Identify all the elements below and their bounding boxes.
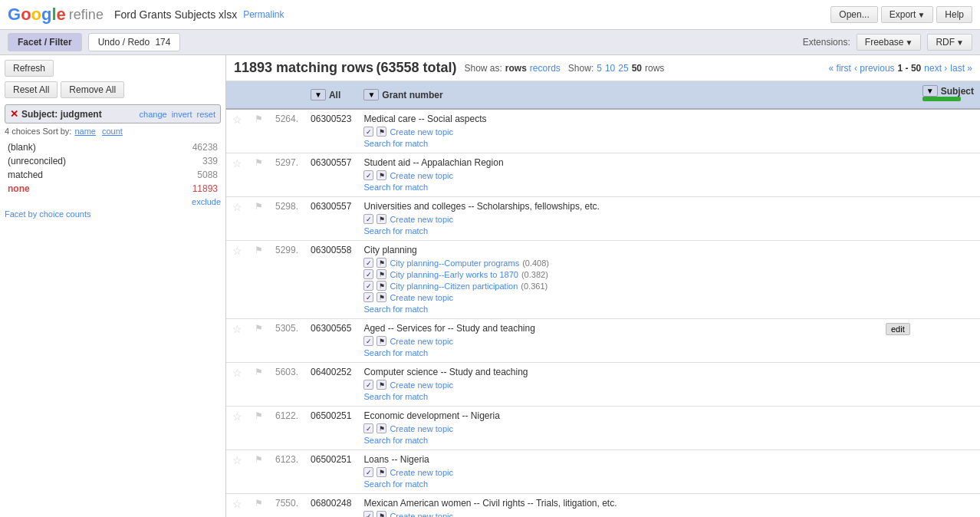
flag-icon[interactable]: ⚑: [255, 410, 263, 421]
create-topic-link[interactable]: Create new topic: [390, 171, 453, 180]
col-all-dropdown[interactable]: ▼: [311, 89, 326, 100]
rdf-button[interactable]: RDF ▼: [927, 34, 972, 51]
match-flag-icon[interactable]: ⚑: [377, 281, 386, 291]
create-topic-checkbox[interactable]: ✓: [363, 214, 373, 224]
create-topic-link[interactable]: Create new topic: [390, 512, 453, 518]
edit-button[interactable]: edit: [886, 323, 910, 335]
create-topic-flag[interactable]: ⚑: [377, 423, 386, 433]
pagination-next[interactable]: next ›: [924, 63, 947, 74]
create-topic-checkbox[interactable]: ✓: [363, 127, 373, 137]
export-button[interactable]: Export ▼: [881, 6, 934, 23]
suggestion-link[interactable]: City planning--Computer programs: [390, 258, 519, 268]
facet-reset-link[interactable]: reset: [197, 110, 215, 119]
create-topic-flag[interactable]: ⚑: [377, 511, 386, 517]
pagination-first[interactable]: « first: [829, 63, 851, 74]
tab-facet-filter[interactable]: Facet / Filter: [8, 33, 82, 51]
star-icon[interactable]: ☆: [232, 245, 242, 257]
star-icon[interactable]: ☆: [232, 114, 242, 126]
create-topic-flag[interactable]: ⚑: [377, 170, 386, 180]
flag-icon[interactable]: ⚑: [255, 367, 263, 377]
create-topic-link[interactable]: Create new topic: [390, 293, 453, 302]
permalink-link[interactable]: Permalink: [243, 9, 284, 20]
sort-by-name[interactable]: name: [74, 127, 96, 136]
flag-icon[interactable]: ⚑: [255, 245, 263, 255]
flag-icon[interactable]: ⚑: [255, 454, 263, 465]
create-topic-checkbox[interactable]: ✓: [363, 336, 373, 346]
facet-choice-item[interactable]: (unreconciled)339: [5, 154, 221, 168]
search-match-link[interactable]: Search for match: [363, 479, 428, 489]
flag-icon[interactable]: ⚑: [255, 498, 263, 509]
match-checkbox[interactable]: ✓: [363, 269, 373, 279]
suggestion-link[interactable]: City planning--Citizen participation: [390, 282, 518, 291]
star-icon[interactable]: ☆: [232, 323, 242, 335]
star-icon[interactable]: ☆: [232, 454, 242, 466]
facet-close-icon[interactable]: ✕: [10, 108, 18, 120]
facet-invert-link[interactable]: invert: [172, 110, 192, 119]
facet-change-link[interactable]: change: [140, 110, 167, 119]
remove-all-button[interactable]: Remove All: [61, 81, 124, 98]
create-topic-link[interactable]: Create new topic: [390, 337, 453, 346]
flag-icon[interactable]: ⚑: [255, 201, 263, 212]
match-checkbox[interactable]: ✓: [363, 281, 373, 291]
create-topic-flag[interactable]: ⚑: [377, 127, 386, 137]
sort-by-count[interactable]: count: [102, 127, 123, 136]
refresh-button[interactable]: Refresh: [5, 60, 54, 77]
pagination-previous[interactable]: ‹ previous: [854, 63, 895, 74]
tab-undo-redo[interactable]: Undo / Redo 174: [88, 33, 181, 51]
show-10[interactable]: 10: [605, 63, 615, 74]
facet-by-choice-link[interactable]: Facet by choice counts: [5, 209, 221, 219]
match-checkbox[interactable]: ✓: [363, 258, 373, 268]
match-flag-icon[interactable]: ⚑: [377, 258, 386, 268]
search-match-link[interactable]: Search for match: [363, 305, 428, 314]
col-subject-dropdown[interactable]: ▼: [922, 85, 938, 97]
match-flag-icon[interactable]: ⚑: [377, 269, 386, 279]
exclude-link[interactable]: exclude: [192, 197, 221, 206]
create-topic-flag[interactable]: ⚑: [377, 214, 386, 224]
search-match-link[interactable]: Search for match: [363, 183, 428, 192]
flag-icon[interactable]: ⚑: [255, 323, 263, 334]
create-topic-flag[interactable]: ⚑: [377, 336, 386, 346]
flag-icon[interactable]: ⚑: [255, 157, 263, 168]
create-topic-checkbox[interactable]: ✓: [363, 423, 373, 433]
col-grant-dropdown[interactable]: ▼: [363, 89, 379, 100]
create-topic-flag[interactable]: ⚑: [377, 380, 386, 390]
create-topic-checkbox[interactable]: ✓: [363, 380, 373, 390]
create-topic-checkbox[interactable]: ✓: [363, 511, 373, 517]
star-icon[interactable]: ☆: [232, 410, 242, 423]
create-topic-flag[interactable]: ⚑: [377, 292, 386, 302]
create-topic-checkbox[interactable]: ✓: [363, 170, 373, 180]
facet-choice-item[interactable]: matched5088: [5, 168, 221, 182]
flag-icon[interactable]: ⚑: [255, 114, 263, 124]
open-button[interactable]: Open...: [830, 6, 877, 23]
grant-number-cell: 06300565: [304, 319, 357, 363]
help-button[interactable]: Help: [936, 6, 972, 23]
create-topic-link[interactable]: Create new topic: [390, 215, 453, 224]
search-match-link[interactable]: Search for match: [363, 139, 428, 148]
search-match-link[interactable]: Search for match: [363, 392, 428, 401]
show-50[interactable]: 50: [632, 63, 642, 74]
create-topic-link[interactable]: Create new topic: [390, 127, 453, 137]
freebase-button[interactable]: Freebase ▼: [857, 34, 922, 51]
star-icon[interactable]: ☆: [232, 201, 242, 213]
show-as-rows[interactable]: rows: [505, 63, 527, 74]
show-as-records[interactable]: records: [530, 63, 561, 74]
search-match-link[interactable]: Search for match: [363, 348, 428, 357]
facet-choice-item[interactable]: none11893: [5, 182, 221, 196]
reset-all-button[interactable]: Reset All: [5, 81, 58, 98]
star-icon[interactable]: ☆: [232, 498, 242, 510]
show-5[interactable]: 5: [597, 63, 602, 74]
search-match-link[interactable]: Search for match: [363, 436, 428, 445]
create-topic-link[interactable]: Create new topic: [390, 424, 453, 433]
star-icon[interactable]: ☆: [232, 157, 242, 170]
create-topic-flag[interactable]: ⚑: [377, 467, 386, 477]
star-icon[interactable]: ☆: [232, 367, 242, 379]
create-topic-link[interactable]: Create new topic: [390, 468, 453, 477]
pagination-last[interactable]: last »: [950, 63, 972, 74]
suggestion-link[interactable]: City planning--Early works to 1870: [390, 270, 518, 279]
show-25[interactable]: 25: [618, 63, 628, 74]
create-topic-checkbox[interactable]: ✓: [363, 292, 373, 302]
facet-choice-item[interactable]: (blank)46238: [5, 140, 221, 154]
search-match-link[interactable]: Search for match: [363, 226, 428, 235]
create-topic-checkbox[interactable]: ✓: [363, 467, 373, 477]
create-topic-link[interactable]: Create new topic: [390, 380, 453, 390]
